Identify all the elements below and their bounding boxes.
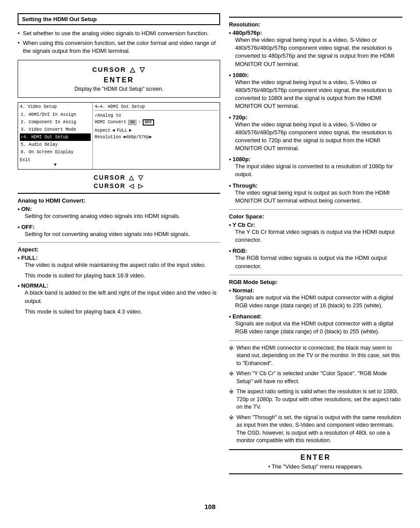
enter-label: ENTER <box>27 76 211 84</box>
triangle-down-1: ▽ <box>140 66 146 74</box>
aspect-full-text: The video is output while maintaining th… <box>18 261 220 270</box>
aspect-normal-label: • NORMAL: <box>18 282 48 289</box>
page: Setting the HDMI Out Setup Set whether t… <box>0 0 420 528</box>
color-divider <box>229 209 402 210</box>
aspect-full-label: • FULL: <box>18 255 38 261</box>
resolution-value: ◄480p/576p► <box>123 135 152 140</box>
cursor-label-lr: CURSOR <box>94 182 126 189</box>
cursor-label-ud: CURSOR <box>94 174 126 181</box>
cursor-updown-2: CURSOR △ ▽ <box>18 174 220 181</box>
analog-on-text: Setting for converting analog video sign… <box>18 212 220 221</box>
resolution-section: Resolution: • 480p/576p: When the video … <box>229 17 402 205</box>
note-2: ※ When "Y Cb Cr" is selected under "Colo… <box>229 370 402 385</box>
menu-item-1: 1. HDMI/DVI In Assign <box>20 111 91 118</box>
note-1-text: When the HDMI connector is connected, th… <box>236 344 402 368</box>
screen-title: 4. Video Setup <box>20 104 91 109</box>
analog-off-item: • OFF: Setting for not converting analog… <box>18 224 220 239</box>
note-4: ※ When "Through" is set, the signal is o… <box>229 414 402 445</box>
resolution-title: Resolution: <box>229 21 402 28</box>
enhanced-item: • Enhanced: Signals are output via the H… <box>229 313 402 336</box>
analog-off-label: • OFF: <box>18 224 35 230</box>
tri-down-2: ▽ <box>138 174 144 181</box>
color-space-title: Color Space: <box>229 213 402 220</box>
note-3: ※ The aspect ratio setting is valid when… <box>229 388 402 411</box>
aspect-value: FULL <box>117 128 127 133</box>
hdmi-convert-label: HDMI Convert <box>95 120 126 125</box>
analog-on-label: • ON: <box>18 206 32 212</box>
res-480p-text: When the video signal being input is a v… <box>229 36 402 68</box>
enter-sub-right: • The "Video Setup" menu reappears. <box>238 463 394 470</box>
aspect-full-note: This mode is suited for playing back 16:… <box>18 272 220 279</box>
triangle-up-1: △ <box>130 66 136 74</box>
on-box: ON <box>128 120 136 125</box>
screen-left-panel: 4. Video Setup 1. HDMI/DVI In Assign 2. … <box>18 103 93 169</box>
res-480p-label: • 480p/576p: <box>229 30 262 36</box>
rgb-item: • RGB: The RGB format video signals is o… <box>229 247 402 270</box>
aspect-label: Aspect <box>95 128 111 133</box>
cursor-up-down-line: CURSOR △ ▽ <box>27 66 211 74</box>
res-480p-item: • 480p/576p: When the video signal being… <box>229 30 402 68</box>
screen-mockup: 4. Video Setup 1. HDMI/DVI In Assign 2. … <box>18 102 220 170</box>
normal-label: • Normal: <box>229 287 254 294</box>
res-1080i-text: When the video signal being input is a v… <box>229 78 402 111</box>
cursor-leftright-2: CURSOR ◁ ▷ <box>18 182 220 189</box>
enhanced-text: Signals are output via the HDMI output c… <box>229 320 402 336</box>
rgb-mode-title: RGB Mode Setup: <box>229 279 402 285</box>
res-1080i-label: • 1080i: <box>229 72 249 78</box>
res-through-item: • Through: The video signal being input … <box>229 182 402 205</box>
note-marker-4: ※ <box>229 414 234 445</box>
menu-item-5: 5. Audio Delay <box>20 141 91 148</box>
enter-title-right: ENTER <box>238 454 394 462</box>
note-4-text: When "Through" is set, the signal is out… <box>236 414 402 445</box>
aspect-normal-text: A black band is added to the left and ri… <box>18 289 220 306</box>
ycbcr-item: • Y Cb Cr: The Y Cb Cr format video sign… <box>229 222 402 244</box>
two-column-layout: Setting the HDMI Out Setup Set whether t… <box>18 13 402 494</box>
notes-divider <box>229 340 402 341</box>
res-through-text: The video signal being input is output a… <box>229 189 402 205</box>
note-3-text: The aspect ratio setting is valid when t… <box>236 388 402 411</box>
res-1080p-label: • 1080p: <box>229 156 251 162</box>
intro-bullets: Set whether to use the analog video sign… <box>18 30 220 55</box>
res-1080p-text: The input video signal is converted to a… <box>229 162 402 178</box>
aspect-left-arrow: ◄ <box>112 128 115 133</box>
enter-sub-text: Display the "HDMI Out Setup" screen. <box>27 86 211 92</box>
aspect-right-arrow: ► <box>129 128 132 133</box>
aspect-full-item: • FULL: The video is output while mainta… <box>18 255 220 279</box>
section-title: Setting the HDMI Out Setup <box>18 13 220 25</box>
intro-bullet-1: Set whether to use the analog video sign… <box>18 30 220 37</box>
aspect-normal-item: • NORMAL: A black band is added to the l… <box>18 282 220 315</box>
menu-item-2: 2. Component In Assig <box>20 118 91 126</box>
rgb-text: The RGB format video signals is output v… <box>229 254 402 270</box>
cursor-enter-block: CURSOR △ ▽ ENTER Display the "HDMI Out S… <box>18 60 220 98</box>
rgb-label: • RGB: <box>229 247 247 254</box>
analog-off-text: Setting for not converting analog video … <box>18 230 220 239</box>
analog-section: Analog to HDMI Convert: • ON: Setting fo… <box>18 193 220 239</box>
enter-block-right: ENTER • The "Video Setup" menu reappears… <box>229 449 402 474</box>
aspect-section: Aspect: • FULL: The video is output whil… <box>18 242 220 315</box>
note-1: ※ When the HDMI connector is connected, … <box>229 344 402 368</box>
colon-sep: : <box>138 120 141 125</box>
enhanced-label: • Enhanced: <box>229 313 262 320</box>
res-1080i-item: • 1080i: When the video signal being inp… <box>229 72 402 111</box>
cursor-label-1: CURSOR <box>92 66 126 73</box>
resolution-row: Resolution ◄480p/576p► <box>95 135 218 140</box>
res-through-label: • Through: <box>229 182 258 189</box>
intro-bullet-2: When using this conversion function, set… <box>18 39 220 55</box>
tri-right-2: ▷ <box>138 182 144 189</box>
note-marker-2: ※ <box>229 370 234 385</box>
normal-text: Signals are output via the HDMI output c… <box>229 294 402 310</box>
tri-up-2: △ <box>129 174 135 181</box>
analog-on-item: • ON: Setting for converting analog vide… <box>18 206 220 221</box>
note-2-text: When "Y Cb Cr" is selected under "Color … <box>236 370 402 385</box>
screen-right-panel: 4—4. HDMI Out Setup ✓Analog to HDMI Conv… <box>93 103 220 169</box>
cursor-block-2: CURSOR △ ▽ CURSOR ◁ ▷ <box>18 174 220 189</box>
menu-item-4: ✓4. HDMI Out Setup <box>20 133 91 141</box>
res-1080p-item: • 1080p: The input video signal is conve… <box>229 156 402 178</box>
analog-label: ✓Analog to <box>95 113 121 118</box>
tri-left-2: ◁ <box>129 182 135 189</box>
resolution-label: Resolution <box>95 135 121 140</box>
top-divider <box>229 17 402 18</box>
ycbcr-label: • Y Cb Cr: <box>229 222 255 228</box>
note-marker-1: ※ <box>229 344 234 368</box>
page-number: 108 <box>18 503 402 510</box>
